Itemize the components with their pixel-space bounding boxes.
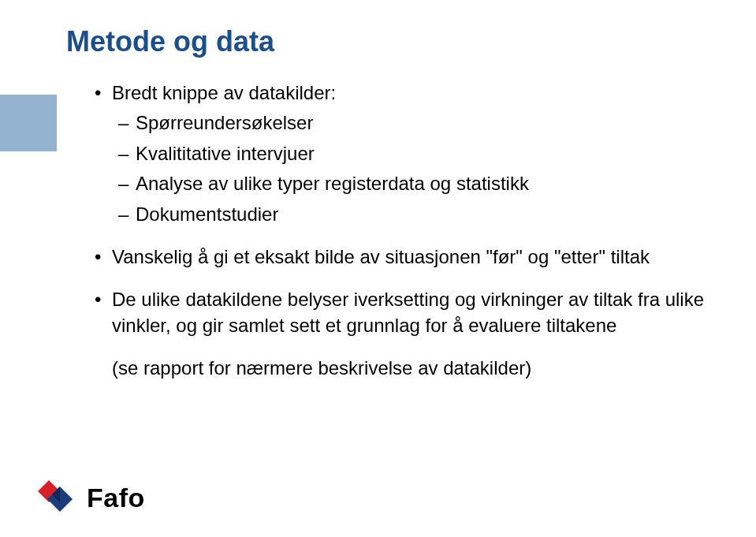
decoration-square: [0, 95, 57, 151]
logo: Fafo: [38, 480, 145, 515]
bullet-list: Bredt knippe av datakilder: Spørreunders…: [95, 80, 718, 338]
sub-item-4: Dokumentstudier: [112, 202, 718, 227]
sub-list: Spørreundersøkelser Kvalititative interv…: [112, 110, 718, 227]
footnote: (se rapport for nærmere beskrivelse av d…: [112, 356, 718, 381]
slide-content: Bredt knippe av datakilder: Spørreunders…: [95, 80, 718, 382]
sub-item-1: Spørreundersøkelser: [112, 110, 718, 136]
sub-item-2: Kvalititative intervjuer: [112, 141, 718, 166]
slide-title: Metode og data: [66, 25, 718, 58]
bullet-item-1: Bredt knippe av datakilder: Spørreunders…: [95, 80, 718, 227]
bullet-item-3: De ulike datakildene belyser iverksettin…: [95, 287, 718, 338]
sub-item-3: Analyse av ulike typer registerdata og s…: [112, 171, 718, 196]
logo-icon: [38, 480, 79, 515]
logo-text: Fafo: [87, 483, 145, 513]
bullet-item-2: Vanskelig å gi et eksakt bilde av situas…: [95, 244, 718, 270]
slide-container: Metode og data Bredt knippe av datakilde…: [0, 0, 756, 537]
bullet-1-text: Bredt knippe av datakilder:: [112, 82, 336, 103]
